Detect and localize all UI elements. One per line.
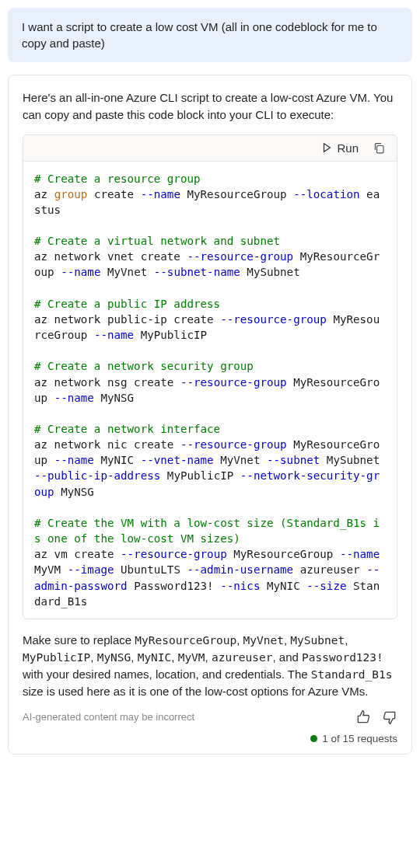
assistant-response-card: Here's an all-in-one Azure CLI script to… [8,75,412,755]
copy-button[interactable] [373,141,386,155]
requests-count: 1 of 15 requests [322,733,397,744]
thumbs-down-icon[interactable] [382,709,397,725]
run-button[interactable]: Run [321,141,359,155]
svg-rect-0 [377,145,384,152]
requests-status-row: 1 of 15 requests [23,733,397,744]
code-block: Run # Create a resource group az group c… [23,134,397,619]
disclaimer-row: AI-generated content may be incorrect [23,709,397,725]
user-message-bubble: I want a script to create a low cost VM … [8,8,412,62]
code-block-header: Run [23,135,397,162]
status-dot-icon [310,735,317,742]
intro-text: Here's an all-in-one Azure CLI script to… [23,89,397,124]
disclaimer-text: AI-generated content may be incorrect [23,711,194,723]
outro-text: Make sure to replace MyResourceGroup, My… [23,632,397,700]
run-label: Run [337,141,359,155]
thumbs-up-icon[interactable] [355,709,371,725]
play-icon [321,142,332,153]
copy-icon [373,141,386,155]
code-body[interactable]: # Create a resource group az group creat… [23,162,397,619]
